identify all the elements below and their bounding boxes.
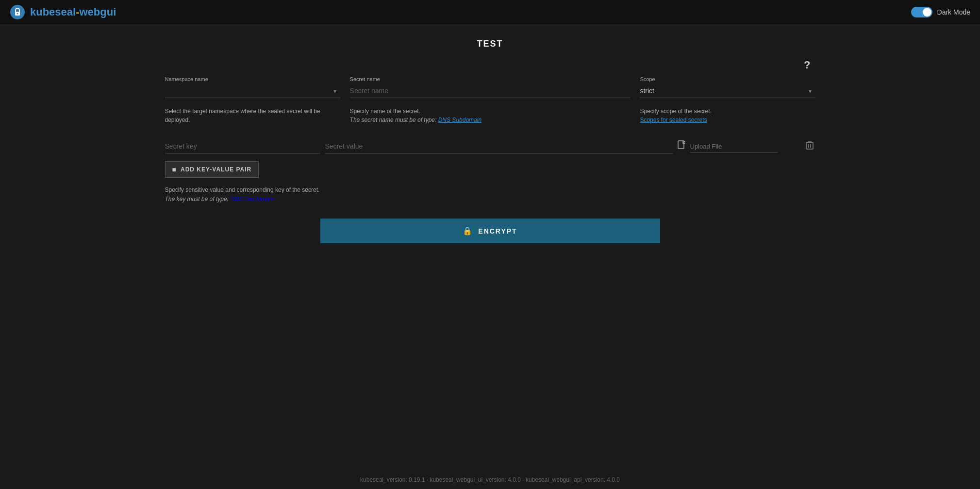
kv-key-group <box>165 139 320 153</box>
upload-file-icon[interactable] <box>678 140 686 152</box>
dark-mode-label: Dark Mode <box>937 8 970 16</box>
svg-point-2 <box>17 13 18 14</box>
scope-select[interactable]: strict cluster-wide namespace-wide <box>640 84 815 98</box>
namespace-description: Select the target namespace where the se… <box>165 107 340 124</box>
secret-name-desc-text: Specify name of the secret. <box>350 108 420 115</box>
encrypt-label: ENCRYPT <box>478 227 517 235</box>
page-title: TEST <box>165 39 815 49</box>
add-kv-label: ADD KEY-VALUE PAIR <box>181 166 251 173</box>
upload-file-input[interactable] <box>690 141 778 152</box>
secret-name-label: Secret name <box>350 76 631 82</box>
kv-row <box>165 139 815 154</box>
kv-description: Specify sensitive value and correspondin… <box>165 185 815 204</box>
secret-name-desc-italic: The secret name must be of type: <box>350 117 438 123</box>
help-icon[interactable]: ? <box>804 59 810 71</box>
scopes-link[interactable]: Scopes for sealed secrets <box>640 117 707 123</box>
namespace-select-wrapper: ▾ <box>165 84 340 98</box>
main-content: TEST ? Namespace name ▾ Secret name Scop… <box>126 24 854 258</box>
kv-dns-link[interactable]: DNS Subdomain <box>230 196 273 202</box>
navbar: kubeseal-webgui Dark Mode <box>0 0 980 24</box>
kv-value-group <box>325 139 673 153</box>
secret-key-input[interactable] <box>165 139 320 153</box>
delete-kv-icon[interactable] <box>804 139 815 154</box>
brand-kube: kubeseal <box>30 6 76 18</box>
add-kv-plus-icon: ■ <box>172 166 177 173</box>
encrypt-section: 🔒 ENCRYPT <box>165 219 815 243</box>
brand-title: kubeseal-webgui <box>30 6 116 18</box>
kv-desc-line2: The key must be of type: <box>165 196 231 202</box>
secret-name-group: Secret name <box>350 76 631 98</box>
form-row-1: Namespace name ▾ Secret name Scope stric… <box>165 76 815 98</box>
namespace-desc: Select the target namespace where the se… <box>165 103 340 124</box>
form-row-1-desc: Select the target namespace where the se… <box>165 103 815 124</box>
encrypt-button[interactable]: 🔒 ENCRYPT <box>320 219 660 243</box>
add-kv-section: ■ ADD KEY-VALUE PAIR <box>165 161 815 178</box>
add-kv-button[interactable]: ■ ADD KEY-VALUE PAIR <box>165 161 259 178</box>
dark-mode-toggle[interactable] <box>911 7 932 17</box>
footer-text: kubeseal_version: 0.19.1 · kubeseal_webg… <box>360 476 620 483</box>
scope-label: Scope <box>640 76 815 82</box>
dark-mode-section: Dark Mode <box>911 7 970 17</box>
svg-rect-4 <box>806 143 813 149</box>
namespace-label: Namespace name <box>165 76 340 82</box>
scope-group: Scope strict cluster-wide namespace-wide… <box>640 76 815 98</box>
brand: kubeseal-webgui <box>10 4 116 20</box>
lock-icon: 🔒 <box>463 226 473 236</box>
secret-value-input[interactable] <box>325 139 673 153</box>
brand-separator: - <box>76 6 79 18</box>
scope-select-wrapper: strict cluster-wide namespace-wide ▾ <box>640 84 815 98</box>
scope-description: Specify scope of the secret. Scopes for … <box>640 107 815 124</box>
dns-subdomain-link[interactable]: DNS Subdomain <box>438 117 482 123</box>
namespace-select[interactable] <box>165 84 340 98</box>
secret-name-input[interactable] <box>350 84 631 98</box>
brand-webgui: webgui <box>80 6 116 18</box>
namespace-group: Namespace name ▾ <box>165 76 340 98</box>
kv-desc-line1: Specify sensitive value and correspondin… <box>165 186 320 193</box>
help-section: ? <box>165 59 815 71</box>
footer: kubeseal_version: 0.19.1 · kubeseal_webg… <box>0 471 980 489</box>
logo-icon <box>10 4 25 20</box>
secret-name-description: Specify name of the secret. The secret n… <box>350 107 631 124</box>
scope-desc: Specify scope of the secret. Scopes for … <box>640 103 815 124</box>
scope-desc-text: Specify scope of the secret. <box>640 108 711 115</box>
secret-name-desc: Specify name of the secret. The secret n… <box>350 103 631 124</box>
kv-upload-group <box>678 140 799 152</box>
